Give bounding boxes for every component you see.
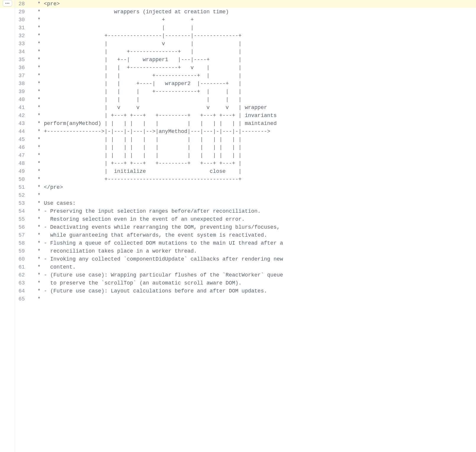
line-number[interactable]: 29 xyxy=(15,8,30,16)
code-line: 39 * | | | +-------------+ | | | xyxy=(0,88,476,96)
code-line: 60 * - Invoking any collected `component… xyxy=(0,255,476,263)
code-line: 40 * | | | | | | xyxy=(0,96,476,104)
code-line: 44 * +----------------->|-|---|-|---|-->… xyxy=(0,128,476,136)
code-content: * | +---------------+ | | xyxy=(30,48,476,56)
line-number[interactable]: 44 xyxy=(15,128,30,136)
code-content: * | | | | | | | | | | | | xyxy=(30,136,476,144)
code-content: * - Flushing a queue of collected DOM mu… xyxy=(30,239,476,247)
line-number[interactable]: 56 xyxy=(15,223,30,231)
line-number[interactable]: 50 xyxy=(15,175,30,183)
line-number[interactable]: 36 xyxy=(15,64,30,72)
code-line: 47 * | | | | | | | | | | | | xyxy=(0,152,476,160)
code-content: * content. xyxy=(30,263,476,271)
line-number[interactable]: 30 xyxy=(15,16,30,24)
code-content: * while guaranteeing that afterwards, th… xyxy=(30,231,476,239)
code-content: * <pre> xyxy=(30,0,476,8)
line-number[interactable]: 39 xyxy=(15,88,30,96)
code-content: * | +---+ +---+ +---------+ +---+ +---+ … xyxy=(30,160,476,168)
code-content: * to preserve the `scrollTop` (an automa… xyxy=(30,279,476,287)
line-number[interactable]: 40 xyxy=(15,96,30,104)
line-more-button[interactable] xyxy=(3,0,12,6)
code-line: 50 * +----------------------------------… xyxy=(0,175,476,183)
code-line: 53 * Use cases: xyxy=(0,199,476,207)
code-content: * | | | | | | xyxy=(30,96,476,104)
line-number[interactable]: 31 xyxy=(15,24,30,32)
code-listing: 28 * <pre>29 * wrappers (injected at cre… xyxy=(0,0,476,303)
code-content: * | +---+ +---+ +---------+ +---+ +---+ … xyxy=(30,112,476,120)
code-line: 45 * | | | | | | | | | | | | xyxy=(0,136,476,144)
line-number[interactable]: 43 xyxy=(15,120,30,128)
line-number[interactable]: 46 xyxy=(15,144,30,152)
line-number[interactable]: 62 xyxy=(15,271,30,279)
line-number[interactable]: 60 xyxy=(15,255,30,263)
code-content: * | | | | | | | | | | | | xyxy=(30,144,476,152)
code-line: 32 * +-----------------|--------|-------… xyxy=(0,32,476,40)
line-number[interactable]: 47 xyxy=(15,152,30,160)
code-content: * +----------------->|-|---|-|---|-->|an… xyxy=(30,128,476,136)
line-number[interactable]: 49 xyxy=(15,168,30,175)
code-content: * +-------------------------------------… xyxy=(30,175,476,183)
code-content: * | | +----| wrapper2 |--------+ | xyxy=(30,80,476,88)
line-number[interactable]: 48 xyxy=(15,160,30,168)
line-number[interactable]: 34 xyxy=(15,48,30,56)
line-number[interactable]: 63 xyxy=(15,279,30,287)
code-content: * | | | +-------------+ | | | xyxy=(30,88,476,96)
code-content: * - (Future use case): Wrapping particul… xyxy=(30,271,476,279)
line-number[interactable]: 53 xyxy=(15,199,30,207)
line-number[interactable]: 59 xyxy=(15,247,30,255)
code-content: * | | | | | | | | | | | | xyxy=(30,152,476,160)
svg-point-0 xyxy=(6,3,6,4)
code-line: 61 * content. xyxy=(0,263,476,271)
code-line: 64 * - (Future use case): Layout calcula… xyxy=(0,287,476,295)
code-content: * Restoring selection even in the event … xyxy=(30,215,476,223)
code-line: 43 * perform(anyMethod) | | | | | | | | … xyxy=(0,120,476,128)
code-content: * | v | | xyxy=(30,40,476,48)
line-number[interactable]: 33 xyxy=(15,40,30,48)
line-number[interactable]: 41 xyxy=(15,104,30,112)
code-line: 56 * - Deactivating events while rearran… xyxy=(0,223,476,231)
code-content: * perform(anyMethod) | | | | | | | | | |… xyxy=(30,120,476,128)
line-number[interactable]: 64 xyxy=(15,287,30,295)
code-content: * </pre> xyxy=(30,183,476,191)
line-number[interactable]: 65 xyxy=(15,295,30,303)
line-number[interactable]: 32 xyxy=(15,32,30,40)
code-content: * +-----------------|--------|----------… xyxy=(30,32,476,40)
code-content: * + + xyxy=(30,16,476,24)
code-content: * wrappers (injected at creation time) xyxy=(30,8,476,16)
code-line: 48 * | +---+ +---+ +---------+ +---+ +--… xyxy=(0,160,476,168)
svg-point-1 xyxy=(7,3,8,4)
code-line: 38 * | | +----| wrapper2 |--------+ | xyxy=(0,80,476,88)
line-number[interactable]: 35 xyxy=(15,56,30,64)
code-line: 36 * | | +---------------+ v | | xyxy=(0,64,476,72)
line-number[interactable]: 55 xyxy=(15,215,30,223)
line-number[interactable]: 54 xyxy=(15,207,30,215)
code-line: 54 * - Preserving the input selection ra… xyxy=(0,207,476,215)
code-line: 35 * | +--| wrapper1 |---|----+ | xyxy=(0,56,476,64)
code-line: 62 * - (Future use case): Wrapping parti… xyxy=(0,271,476,279)
line-number[interactable]: 42 xyxy=(15,112,30,120)
code-content: * | v v v v | wrapper xyxy=(30,104,476,112)
line-number[interactable]: 51 xyxy=(15,183,30,191)
line-number[interactable]: 37 xyxy=(15,72,30,80)
code-content: * - (Future use case): Layout calculatio… xyxy=(30,287,476,295)
code-content: * reconciliation takes place in a worker… xyxy=(30,247,476,255)
code-content: * - Preserving the input selection range… xyxy=(30,207,476,215)
line-number[interactable]: 38 xyxy=(15,80,30,88)
code-line: 49 * | initialize close | xyxy=(0,168,476,175)
code-content: * | | +---------------+ v | | xyxy=(30,64,476,72)
line-number[interactable]: 58 xyxy=(15,239,30,247)
code-content: * - Deactivating events while rearrangin… xyxy=(30,223,476,231)
code-line: 46 * | | | | | | | | | | | | xyxy=(0,144,476,152)
code-line: 31 * | | xyxy=(0,24,476,32)
code-content: * xyxy=(30,191,476,199)
svg-point-2 xyxy=(9,3,9,4)
line-number[interactable]: 28 xyxy=(15,0,30,8)
line-actions-gutter xyxy=(0,0,15,6)
line-number[interactable]: 61 xyxy=(15,263,30,271)
code-content: * | | +-------------+ | | xyxy=(30,72,476,80)
code-line: 59 * reconciliation takes place in a wor… xyxy=(0,247,476,255)
line-number[interactable]: 52 xyxy=(15,191,30,199)
line-number[interactable]: 57 xyxy=(15,231,30,239)
line-number[interactable]: 45 xyxy=(15,136,30,144)
code-line: 58 * - Flushing a queue of collected DOM… xyxy=(0,239,476,247)
